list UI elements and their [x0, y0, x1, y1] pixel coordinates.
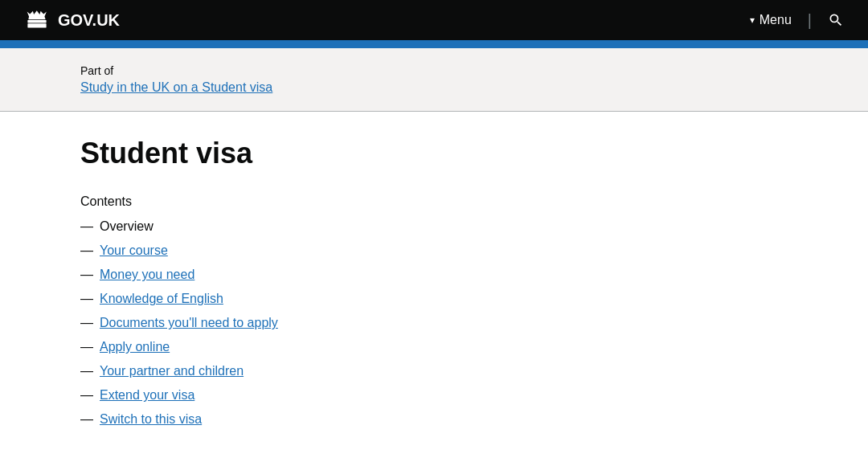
list-item: —Your partner and children — [80, 362, 691, 381]
list-item: —Documents you'll need to apply — [80, 313, 691, 333]
crown-icon — [24, 9, 50, 31]
gov-uk-logo[interactable]: GOV.UK — [24, 9, 120, 31]
contents-list: —Overview—Your course—Money you need—Kno… — [80, 217, 691, 429]
dash: — — [80, 289, 93, 309]
list-item: —Apply online — [80, 337, 691, 357]
contents-link[interactable]: Apply online — [100, 337, 170, 357]
list-item: —Switch to this visa — [80, 410, 691, 429]
header-divider: | — [808, 11, 812, 30]
menu-label: Menu — [760, 13, 792, 27]
contents-heading: Contents — [80, 194, 691, 209]
dash: — — [80, 241, 93, 260]
site-header: GOV.UK ▾ Menu | — [0, 0, 868, 40]
accent-bar — [0, 40, 868, 48]
dash: — — [80, 217, 93, 236]
dash: — — [80, 386, 93, 405]
header-nav: ▾ Menu | — [750, 11, 844, 30]
part-of-banner: Part of Study in the UK on a Student vis… — [0, 48, 868, 112]
gov-uk-text: GOV.UK — [58, 11, 120, 30]
dash: — — [80, 265, 93, 284]
search-button[interactable] — [828, 12, 844, 28]
list-item: —Extend your visa — [80, 386, 691, 405]
part-of-link[interactable]: Study in the UK on a Student visa — [80, 80, 272, 94]
dash: — — [80, 410, 93, 429]
contents-link[interactable]: Documents you'll need to apply — [100, 313, 278, 333]
page-title: Student visa — [80, 136, 691, 170]
svg-rect-0 — [27, 20, 46, 23]
part-of-label: Part of — [80, 64, 788, 77]
contents-link[interactable]: Money you need — [100, 265, 194, 284]
contents-link[interactable]: Your course — [100, 241, 168, 260]
contents-link[interactable]: Your partner and children — [100, 362, 244, 381]
list-item: —Money you need — [80, 265, 691, 284]
main-content: Student visa Contents —Overview—Your cou… — [0, 112, 772, 458]
contents-nav: Contents —Overview—Your course—Money you… — [80, 194, 691, 429]
contents-text: Overview — [100, 217, 154, 236]
contents-link[interactable]: Knowledge of English — [100, 289, 223, 309]
dash: — — [80, 337, 93, 357]
search-icon — [828, 12, 844, 28]
list-item: —Overview — [80, 217, 691, 236]
dash: — — [80, 362, 93, 381]
menu-button[interactable]: ▾ Menu — [750, 13, 792, 27]
dash: — — [80, 313, 93, 333]
list-item: —Knowledge of English — [80, 289, 691, 309]
svg-rect-1 — [27, 23, 46, 27]
contents-link[interactable]: Switch to this visa — [100, 410, 202, 429]
contents-link[interactable]: Extend your visa — [100, 386, 194, 405]
list-item: —Your course — [80, 241, 691, 260]
chevron-down-icon: ▾ — [750, 14, 755, 26]
